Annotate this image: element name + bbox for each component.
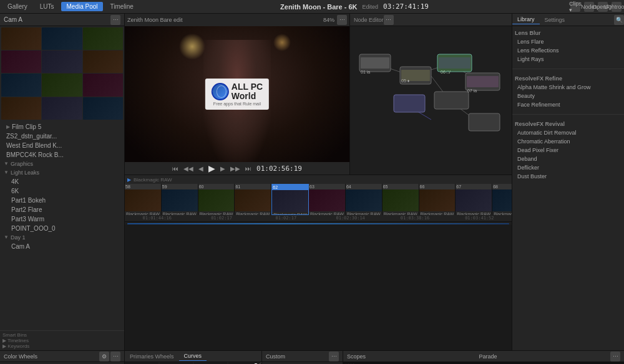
ruler-marks: 01:01:44:16 01:02:17 01:02:17 01:02:30:1… [125, 215, 512, 221]
curves-panel: Primaries Wheels Curves [125, 351, 262, 364]
library-item-light-rays[interactable]: Light Rays [515, 55, 622, 64]
color-wheels-mode-btn[interactable]: ⚙ [99, 352, 109, 362]
node-label-1: 01 ia [361, 70, 370, 74]
tab-settings[interactable]: Settings [540, 16, 570, 24]
library-item-dust-buster[interactable]: Dust Buster [515, 172, 622, 181]
clip-thumb-61 [235, 189, 271, 211]
library-item-dead-pixel[interactable]: Dead Pixel Fixer [515, 146, 622, 155]
clip-item-62[interactable]: 62 Blackmagic RAW 03:16:40:23 [271, 184, 309, 215]
library-item-face-refinement[interactable]: Face Refinement [515, 100, 622, 109]
library-item-alpha-matte[interactable]: Alpha Matte Shrink and Grow [515, 83, 622, 92]
tree-4k[interactable]: 4K [1, 177, 123, 186]
clip-thumb-66 [419, 189, 456, 211]
transport-next-frame[interactable]: ▶▶ [230, 165, 240, 172]
clip-item-68[interactable]: 68 Blackmagic RAW 03:27:45:23 [492, 184, 512, 215]
tab-gallery[interactable]: Gallery [2, 2, 32, 11]
tree-light-leaks[interactable]: ▼ Light Leaks [1, 168, 123, 177]
custom-panel-title: Custom ⋯ [262, 351, 343, 362]
watermark-logo: ALL PC World [212, 82, 263, 102]
transport-forward[interactable]: ▶ [220, 165, 225, 172]
clip-item-60[interactable]: 60 Blackmagic RAW 03:09:30:55 [198, 184, 235, 215]
transport-prev-frame[interactable]: ◀◀ [183, 165, 193, 172]
library-item-dirt-removal[interactable]: Automatic Dirt Removal [515, 128, 622, 137]
lightroom-button[interactable]: Lightroom [612, 2, 622, 12]
tree-point[interactable]: POINT_OOO_0 [1, 224, 123, 233]
viewer-options-btn[interactable]: ⋯ [337, 15, 347, 25]
tree-part2[interactable]: Part2 Flare [1, 205, 123, 214]
thumb-4[interactable] [1, 50, 41, 73]
thumb-2[interactable] [42, 27, 82, 50]
clip-thumb-60 [198, 189, 235, 211]
clip-item-63[interactable]: 63 Blackmagic RAW 03:37:51:54 [309, 184, 346, 215]
transport-play[interactable]: ▶ [208, 163, 215, 173]
thumb-6[interactable] [83, 50, 123, 73]
clip-item-58[interactable]: 58 Blackmagic RAW 03:16:33:07 [125, 184, 162, 215]
tree-day1[interactable]: ▼ Day 1 [1, 233, 123, 242]
library-search-btn[interactable]: 🔍 [614, 15, 624, 25]
clip-item-59[interactable]: 59 Blackmagic RAW 03:26:41:09 [162, 184, 198, 215]
clip-item-64[interactable]: 64 Blackmagic RAW 03:34:01:07 [346, 184, 383, 215]
custom-options-btn[interactable]: ⋯ [329, 352, 339, 362]
clip-item-67[interactable]: 67 Blackmagic RAW 03:27:58:12 [456, 184, 492, 215]
library-item-beauty[interactable]: Beauty [515, 92, 622, 100]
tree-west-end[interactable]: West End Blend K... [1, 141, 123, 150]
library-group-lens-blur: Lens Blur [515, 29, 622, 37]
ruler-mark-5: 01:03:38:16 [383, 216, 447, 221]
svg-rect-10 [394, 95, 425, 112]
tree-graphics[interactable]: ▼ Graphics [1, 160, 123, 168]
right-panel: Library Settings 🔍 Lens Blur Lens Flare … [512, 14, 624, 350]
watermark: ALL PC World Free apps that Rule mail [205, 79, 269, 110]
clip-item-61[interactable]: 61 Blackmagic RAW 03:37:41:20 [235, 184, 271, 215]
library-item-deband[interactable]: Deband [515, 155, 622, 163]
thumb-12[interactable] [83, 97, 123, 120]
timeline-strip-label: Blackmagic RAW [134, 177, 172, 183]
transport-skip-end[interactable]: ⏭ [245, 165, 251, 172]
clip-item-65[interactable]: 65 Blackmagic RAW 03:27:40:08 [383, 184, 419, 215]
thumb-3[interactable] [83, 27, 123, 50]
timeline-strip-header: ▶ Blackmagic RAW [125, 175, 512, 184]
clips-button[interactable]: Clips ▾ [570, 2, 580, 12]
tree-film-clip[interactable]: ▶Film Clip 5 [1, 122, 123, 132]
clip-num-61: 61 [235, 184, 271, 189]
transport-backward[interactable]: ◀ [198, 165, 203, 172]
viewer-toolbar: Zenith Moon Bare edit 84% ⋯ [125, 14, 349, 26]
tree-cam-a[interactable]: Cam A [1, 242, 123, 251]
tree-bmpcc[interactable]: BMPCC4K Rock B... [1, 150, 123, 160]
thumb-5[interactable] [42, 50, 82, 73]
tree-zs2[interactable]: ZS2_dstn_guitar... [1, 132, 123, 141]
tree-6k[interactable]: 6K [1, 186, 123, 196]
clip-item-66[interactable]: 66 Blackmagic RAW 03:50:47:07 [419, 184, 456, 215]
transport-skip-start[interactable]: ⏮ [172, 165, 178, 172]
tab-luts[interactable]: LUTs [35, 2, 59, 11]
library-item-lens-flare[interactable]: Lens Flare [515, 37, 622, 46]
clip-num-68: 68 [492, 184, 512, 189]
svg-rect-16 [467, 76, 499, 87]
node-editor-options[interactable]: ⋯ [384, 15, 394, 25]
clip-num-67: 67 [456, 184, 492, 189]
color-wheels-title: Color Wheels ⚙ ⋯ [0, 351, 124, 362]
tab-media-pool[interactable]: Media Pool [61, 2, 102, 11]
color-wheels-panel: Color Wheels ⚙ ⋯ Lift [0, 351, 125, 364]
tree-part3[interactable]: Part3 Warm [1, 214, 123, 224]
panel-options-button[interactable]: ⋯ [110, 15, 120, 25]
thumb-11[interactable] [42, 97, 82, 120]
library-item-chromatic-aberration[interactable]: Chromatic Aberration [515, 137, 622, 146]
tree-part1[interactable]: Part1 Bokeh [1, 196, 123, 205]
ruler-mark-2: 01:02:17 [189, 216, 253, 221]
color-wheels-options-btn[interactable]: ⋯ [110, 352, 120, 362]
track-bar-1 [127, 223, 509, 225]
tab-curves[interactable]: Curves [179, 352, 207, 361]
library-item-deflicker[interactable]: Deflicker [515, 163, 622, 172]
tab-primaries-wheels[interactable]: Primaries Wheels [125, 352, 179, 361]
tab-library[interactable]: Library [512, 15, 540, 24]
thumb-7[interactable] [1, 74, 41, 96]
thumb-10[interactable] [1, 97, 41, 120]
thumb-8[interactable] [42, 74, 82, 96]
library-item-lens-reflections[interactable]: Lens Reflections [515, 46, 622, 55]
tab-timeline[interactable]: Timeline [105, 2, 139, 11]
svg-rect-13 [361, 57, 389, 69]
scopes-options-btn[interactable]: ⋯ [610, 352, 620, 362]
thumb-9[interactable] [83, 74, 123, 96]
thumb-1[interactable] [1, 27, 41, 50]
node-label-4: 07 ia [467, 89, 477, 93]
